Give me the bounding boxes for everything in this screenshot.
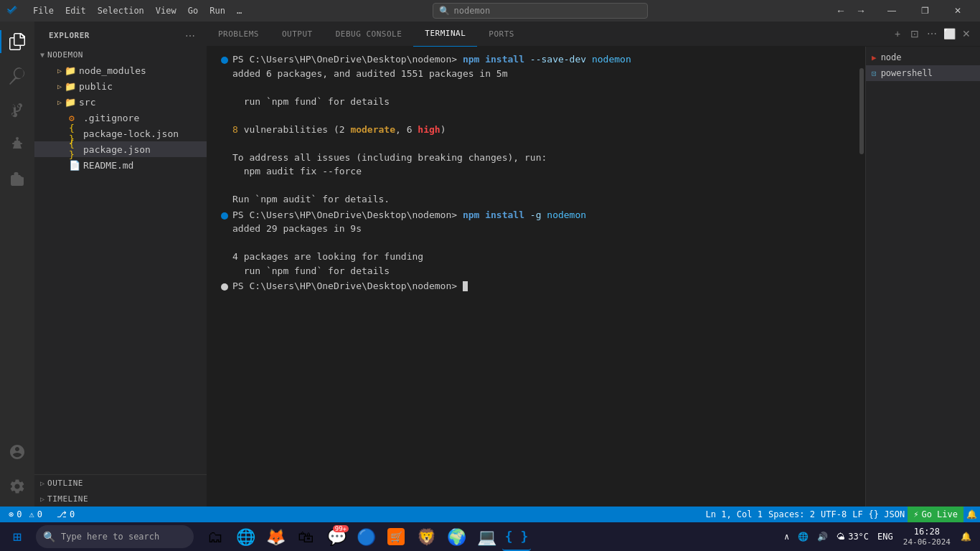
menu-go[interactable]: Go [182,3,204,19]
taskbar-vscode[interactable]: { } [502,522,531,551]
taskbar-store[interactable]: 🛍 [291,522,320,551]
window-controls: — ❐ ✕ [875,0,974,22]
tray-network[interactable]: 🌐 [795,522,811,551]
sidebar-actions: ⋯ [182,28,198,44]
sidebar-more-button[interactable]: ⋯ [182,28,198,44]
status-errors[interactable]: ⊗ 0 ⚠ 0 [6,507,45,522]
tree-item-src[interactable]: ▷ 📁 src [34,94,207,110]
output-line-9: Run `npm audit` for details. [232,192,849,207]
status-encoding[interactable]: UTF-8 [818,507,849,522]
taskbar-app8[interactable]: 🌍 [442,522,471,551]
taskbar: ⊞ 🔍 Type here to search 🗂 🌐 🦊 🛍 💬 99+ [0,522,980,551]
prompt-2: PS C:\Users\HP\OneDrive\Desktop\nodemon> [232,209,463,220]
output-line-2 [232,80,849,95]
search-icon: 🔍 [439,6,450,16]
panel-more-button[interactable]: ⋯ [924,26,940,42]
tray-notification-center[interactable]: 🔔 [958,522,974,551]
tab-debug-console[interactable]: DEBUG CONSOLE [324,22,414,47]
project-root[interactable]: ▼ NODEMON [34,47,207,62]
status-git[interactable]: ⎇ 0 [54,507,77,522]
status-line-col[interactable]: Ln 1, Col 1 [703,507,765,522]
terminal-content[interactable]: PS C:\Users\HP\OneDrive\Desktop\nodemon>… [207,47,858,507]
terminal-instance-powershell[interactable]: ⊡ powershell [866,65,980,81]
panel-tabs: PROBLEMS OUTPUT DEBUG CONSOLE TERMINAL P… [207,22,980,47]
tree-item-public[interactable]: ▷ 📁 public [34,78,207,94]
activity-source-control[interactable] [0,93,34,128]
command-search[interactable]: 🔍 nodemon [433,3,648,19]
menu-file[interactable]: File [27,3,60,19]
tree-item-gitignore[interactable]: ⚙ .gitignore [34,110,207,126]
menu-more[interactable]: … [231,3,248,19]
tray-weather[interactable]: 🌤 33°C [834,522,872,551]
terminal-scrollbar-thumb[interactable] [859,68,864,154]
taskbar-search-box[interactable]: 🔍 Type here to search [36,525,194,548]
taskbar-file-explorer[interactable]: 🗂 [201,522,230,551]
vuln-high: high [418,124,440,135]
tree-item-package-json[interactable]: { } package.json [34,141,207,157]
output-line-7: npm audit fix --force [232,164,849,179]
status-eol[interactable]: LF [849,507,865,522]
menu-run[interactable]: Run [204,3,231,19]
taskbar-app9[interactable]: 💻 [472,522,501,551]
tray-datetime[interactable]: 16:28 24-06-2024 [899,522,955,551]
taskbar-app6[interactable]: 🛒 [382,522,410,551]
taskbar-search-text: Type here to search [61,532,159,542]
nav-back[interactable]: ← [832,3,849,19]
nav-forward[interactable]: → [852,3,870,19]
status-left: ⊗ 0 ⚠ 0 ⎇ 0 [0,507,77,522]
menu-edit[interactable]: Edit [60,3,92,19]
taskbar-whatsapp[interactable]: 💬 99+ [321,522,350,551]
tray-language[interactable]: ENG [875,522,896,551]
live-share-text: Go Live [921,509,958,519]
tree-item-package-lock[interactable]: { } package-lock.json [34,126,207,141]
tray-show-hidden[interactable]: ∧ [781,522,792,551]
panel-close-button[interactable]: ✕ [958,26,974,42]
outline-section[interactable]: ▷ OUTLINE [34,475,207,491]
activity-extensions[interactable] [0,162,34,197]
cursor [463,281,468,291]
timeline-section[interactable]: ▷ TIMELINE [34,491,207,507]
firefox-icon: 🦊 [266,528,286,546]
status-live-share[interactable]: ⚡ Go Live [908,507,963,522]
vscode-logo [6,4,19,17]
activity-accounts[interactable] [0,435,34,469]
tree-item-node-modules[interactable]: ▷ 📁 node_modules [34,62,207,78]
activity-run-debug[interactable] [0,128,34,162]
taskbar-edge[interactable]: 🌐 [231,522,260,551]
taskbar-chrome[interactable]: 🔵 [352,522,380,551]
vuln-count: 8 [232,124,238,135]
split-terminal-button[interactable]: ⊡ [907,26,923,42]
tab-problems[interactable]: PROBLEMS [207,22,270,47]
activity-search[interactable] [0,59,34,93]
folder-icon: 📁 [65,97,76,108]
tab-output[interactable]: OUTPUT [270,22,324,47]
activity-bottom [0,435,34,507]
maximize-button[interactable]: ❐ [908,0,941,22]
close-button[interactable]: ✕ [941,0,974,22]
eol-text: LF [852,509,862,519]
terminal-instance-node[interactable]: ▶ node [866,50,980,65]
dot-indicator-3 [221,283,228,291]
menu-view[interactable]: View [150,3,182,19]
tray-volume[interactable]: 🔊 [814,522,831,551]
status-spaces[interactable]: Spaces: 2 [765,507,818,522]
tree-item-label: package-lock.json [83,128,179,139]
sidebar-bottom: ▷ OUTLINE ▷ TIMELINE [34,474,207,507]
panel-container: PROBLEMS OUTPUT DEBUG CONSOLE TERMINAL P… [207,22,980,507]
tree-item-readme[interactable]: 📄 README.md [34,157,207,173]
status-language[interactable]: {} JSON [866,507,908,522]
taskbar-brave[interactable]: 🦁 [412,522,440,551]
terminal-scrollbar[interactable] [858,47,865,507]
start-button[interactable]: ⊞ [3,522,32,551]
panel-maximize-button[interactable]: ⬜ [941,26,957,42]
activity-explorer[interactable] [0,24,34,59]
tab-ports[interactable]: PORTS [477,22,526,47]
minimize-button[interactable]: — [875,0,908,22]
activity-settings[interactable] [0,469,34,504]
tab-terminal[interactable]: TERMINAL [413,22,477,47]
cmd-1: npm install [463,54,524,65]
menu-selection[interactable]: Selection [92,3,150,19]
status-notification[interactable]: 🔔 [963,507,980,522]
taskbar-firefox[interactable]: 🦊 [261,522,290,551]
add-terminal-button[interactable]: + [890,26,905,42]
